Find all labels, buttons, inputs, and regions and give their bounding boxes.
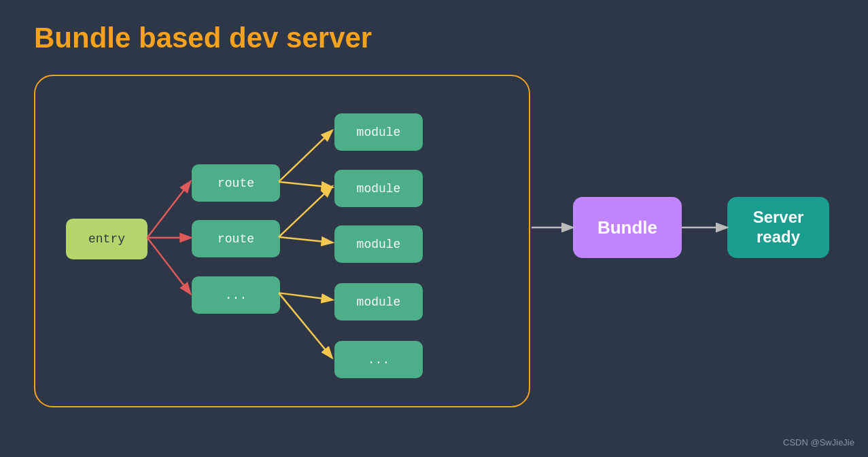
svg-line-5 [279,187,331,237]
svg-line-2 [147,238,190,293]
page-title: Bundle based dev server [34,22,372,54]
dots2-node: ... [334,341,423,378]
bundle-node: Bundle [573,197,682,258]
module2-node: module [334,170,423,207]
svg-line-7 [279,293,331,299]
svg-line-3 [279,131,331,181]
svg-line-4 [279,182,331,187]
entry-node: entry [66,219,147,259]
svg-line-8 [279,293,331,357]
svg-line-6 [279,237,331,242]
route1-node: route [192,164,280,202]
svg-line-0 [147,183,190,238]
module1-node: module [334,113,423,151]
dots1-node: ... [192,276,280,314]
module4-node: module [334,283,423,321]
module3-node: module [334,225,423,263]
diagram-container: entry route route ... module module modu… [34,75,530,407]
watermark: CSDN @SwJieJie [783,437,854,447]
route2-node: route [192,220,280,257]
server-ready-node: Server ready [727,197,829,258]
